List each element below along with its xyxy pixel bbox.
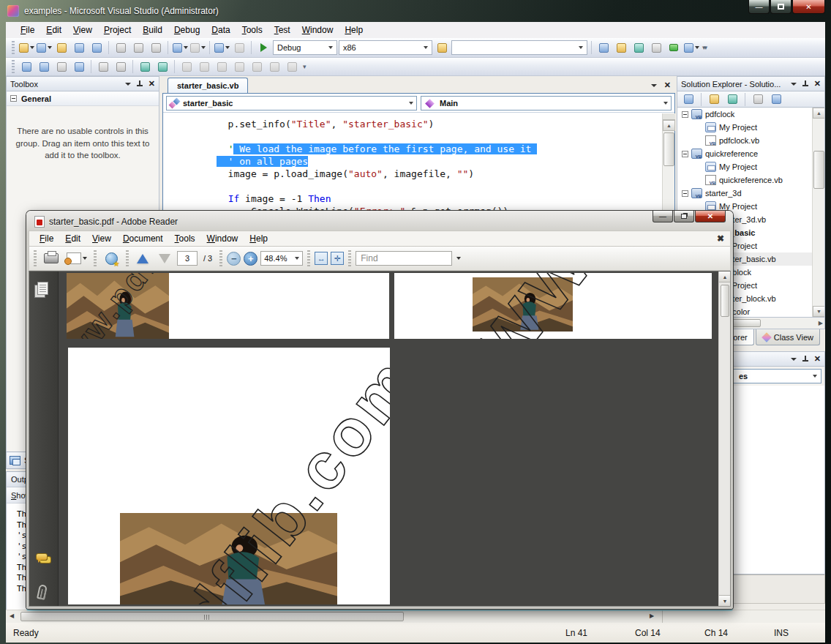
vs-menu-project[interactable]: Project xyxy=(98,23,137,37)
open-file-button[interactable] xyxy=(53,40,69,56)
vs-menu-file[interactable]: File xyxy=(15,23,40,37)
adobe-menu-view[interactable]: View xyxy=(86,232,117,245)
vs-menu-debug[interactable]: Debug xyxy=(168,23,206,37)
view-class-diagram-button[interactable] xyxy=(768,91,784,107)
adobe-menu-help[interactable]: Help xyxy=(244,232,274,245)
pdf-pages-container[interactable]: www.pdflib.com xyxy=(59,272,718,606)
window-position-icon[interactable] xyxy=(791,358,797,361)
comment-selection-button[interactable] xyxy=(137,59,153,75)
find-input[interactable]: Find xyxy=(356,251,452,266)
tree-item-quickreference-vb[interactable]: quickreference.vb xyxy=(677,173,824,187)
types-dropdown[interactable]: starter_basic xyxy=(166,96,417,111)
window-position-icon[interactable] xyxy=(791,83,797,86)
collapse-icon[interactable] xyxy=(10,95,17,102)
auto-hide-pin-icon[interactable] xyxy=(802,80,809,88)
vs-menu-tools[interactable]: Tools xyxy=(236,23,268,37)
previous-bookmark-button[interactable] xyxy=(196,59,212,75)
solution-platforms-combo[interactable]: x86 xyxy=(339,40,432,55)
adobe-menu-file[interactable]: File xyxy=(34,232,59,245)
find-in-files-button[interactable] xyxy=(434,40,450,56)
uncomment-selection-button[interactable] xyxy=(154,59,170,75)
previous-page-button[interactable] xyxy=(133,251,152,266)
splitter-handle[interactable] xyxy=(663,113,675,120)
toolbar-grip[interactable] xyxy=(34,250,37,266)
find-combo[interactable] xyxy=(451,40,587,55)
scroll-right-icon[interactable]: ▶ xyxy=(819,320,823,326)
add-new-item-button[interactable] xyxy=(36,40,52,56)
undo-button[interactable] xyxy=(172,40,188,56)
solution-explorer-titlebar[interactable]: Solution Explorer - Solutio... ✕ xyxy=(677,76,825,91)
page-number-input[interactable]: 3 xyxy=(177,251,198,266)
close-icon[interactable]: ✕ xyxy=(814,80,821,88)
close-icon[interactable]: ✕ xyxy=(148,80,155,88)
bottom-horizontal-scrollbar[interactable]: ◀ ▶ xyxy=(6,610,825,623)
adobe-menu-document[interactable]: Document xyxy=(117,232,169,245)
zoom-in-button[interactable]: + xyxy=(244,252,257,266)
pdf-vertical-scrollbar[interactable]: ▲ ▼ xyxy=(718,272,730,606)
online-services-button[interactable] xyxy=(101,251,121,266)
new-project-button[interactable] xyxy=(18,40,34,56)
auto-hide-pin-icon[interactable] xyxy=(136,80,143,88)
vs-menu-view[interactable]: View xyxy=(67,23,98,37)
solution-configurations-combo[interactable]: Debug xyxy=(273,40,337,55)
scroll-up-icon[interactable]: ▲ xyxy=(663,120,675,131)
decrease-indent-button[interactable] xyxy=(95,59,111,75)
scroll-up-icon[interactable]: ▲ xyxy=(813,108,825,119)
redo-button[interactable] xyxy=(189,40,206,56)
active-files-dropdown-icon[interactable] xyxy=(651,84,657,87)
expander-icon[interactable] xyxy=(682,151,688,157)
vs-menu-build[interactable]: Build xyxy=(137,23,168,37)
increase-indent-button[interactable] xyxy=(113,59,129,75)
zoom-out-button[interactable]: − xyxy=(227,252,241,266)
vs-close-button[interactable]: ✕ xyxy=(792,0,825,14)
scrollbar-thumb[interactable] xyxy=(813,151,824,189)
tab-class-view[interactable]: Class View xyxy=(756,329,820,345)
toolbox-group-general[interactable]: General xyxy=(7,91,159,106)
immediate-window-button[interactable] xyxy=(666,40,682,56)
vs-menu-help[interactable]: Help xyxy=(339,23,369,37)
scroll-down-icon[interactable]: ▼ xyxy=(719,595,731,606)
toolbar-grip[interactable] xyxy=(348,250,351,266)
save-button[interactable] xyxy=(71,40,87,56)
clear-bookmarks-button[interactable] xyxy=(284,59,300,75)
view-code-button[interactable] xyxy=(750,91,766,107)
properties-button[interactable] xyxy=(680,91,696,107)
toolbar-grip[interactable] xyxy=(219,250,222,266)
object-browser-button[interactable] xyxy=(631,40,647,56)
paste-button[interactable] xyxy=(148,40,164,56)
fit-width-button[interactable]: ↔ xyxy=(315,252,328,265)
tree-item-pdfclock[interactable]: pdfclock xyxy=(677,108,824,121)
toolbar-grip[interactable] xyxy=(12,60,15,73)
adobe-menu-edit[interactable]: Edit xyxy=(59,232,86,245)
close-icon[interactable]: ✕ xyxy=(814,355,821,363)
navigate-forward-button[interactable] xyxy=(231,40,247,56)
toolbar-grip[interactable] xyxy=(12,41,15,54)
toolbar-options-chevron[interactable]: ▾▾ xyxy=(702,44,706,51)
adobe-menu-tools[interactable]: Tools xyxy=(169,232,201,245)
quick-info-button[interactable] xyxy=(53,59,69,75)
close-document-icon[interactable]: ✕ xyxy=(664,81,671,89)
toolbox-titlebar[interactable]: Toolbox ✕ xyxy=(6,76,159,91)
tree-item-quickreference[interactable]: quickreference xyxy=(677,147,824,160)
scrollbar-thumb[interactable] xyxy=(663,132,674,166)
vs-maximize-button[interactable] xyxy=(770,0,791,14)
solution-explorer-button[interactable] xyxy=(595,40,612,56)
other-windows-button[interactable] xyxy=(683,40,699,56)
vs-menu-window[interactable]: Window xyxy=(296,23,339,37)
vs-minimize-button[interactable]: — xyxy=(748,0,770,14)
vs-titlebar[interactable]: examples - Microsoft Visual Studio (Admi… xyxy=(0,0,831,22)
scroll-down-icon[interactable]: ▼ xyxy=(813,306,825,317)
adobe-restore-button[interactable] xyxy=(674,211,694,222)
vs-menu-data[interactable]: Data xyxy=(206,23,236,37)
adobe-titlebar[interactable]: starter_basic.pdf - Adobe Reader xyxy=(29,213,731,231)
toolbar-grip[interactable] xyxy=(94,250,97,266)
properties-window-button[interactable] xyxy=(613,40,629,56)
toolbar-grip[interactable] xyxy=(307,250,310,266)
window-position-icon[interactable] xyxy=(125,83,131,86)
attachments-panel-icon[interactable] xyxy=(37,584,48,600)
scroll-up-icon[interactable]: ▲ xyxy=(719,272,731,282)
expander-icon[interactable] xyxy=(682,111,688,118)
adobe-close-button[interactable]: ✕ xyxy=(695,211,726,222)
auto-hide-pin-icon[interactable] xyxy=(802,356,809,363)
tab-starter-basic-vb[interactable]: starter_basic.vb xyxy=(168,78,248,93)
